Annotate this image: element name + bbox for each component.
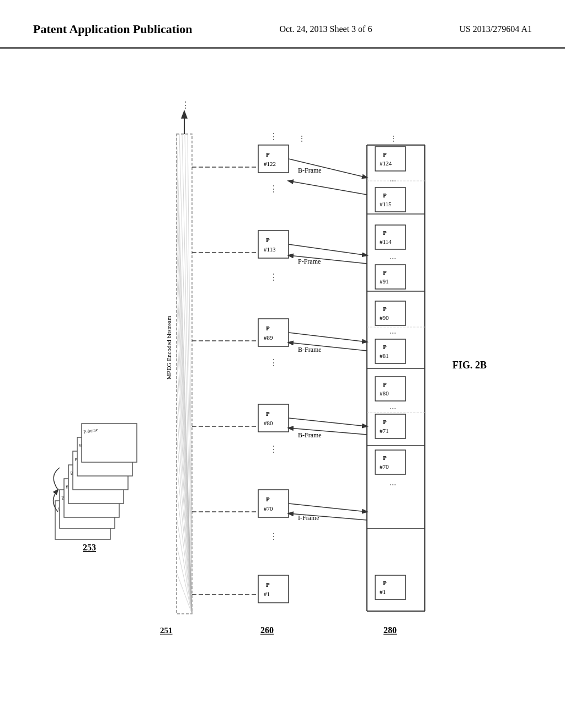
svg-text:#122: #122 [264,160,276,167]
svg-rect-109 [375,301,406,325]
svg-text:280: 280 [383,625,397,635]
svg-text:P: P [383,419,387,425]
svg-text:MPEG Encoded bitstream: MPEG Encoded bitstream [166,315,172,379]
svg-rect-120 [375,414,406,438]
svg-rect-56 [258,319,289,346]
svg-text:#71: #71 [380,427,389,434]
svg-text:#124: #124 [380,160,392,167]
diagram-area: I-frame B-frame P-frame B-frame P-frame … [0,49,565,699]
publication-number: US 2013/279604 A1 [459,22,532,34]
svg-text:P: P [266,410,270,417]
svg-line-84 [289,418,367,426]
svg-line-76 [289,181,367,195]
svg-text:⋯: ⋯ [390,405,396,413]
svg-text:#91: #91 [380,278,389,285]
svg-text:P: P [266,496,270,502]
svg-rect-48 [258,145,289,173]
svg-rect-106 [375,265,406,289]
svg-text:251: 251 [160,626,173,635]
svg-text:#70: #70 [380,463,389,470]
svg-rect-113 [375,339,406,363]
svg-text:⋮: ⋮ [269,184,278,194]
svg-text:P: P [383,229,387,236]
svg-text:FIG. 2B: FIG. 2B [452,360,487,371]
publication-date-sheet: Oct. 24, 2013 Sheet 3 of 6 [279,22,372,34]
svg-rect-95 [375,147,406,171]
svg-text:P: P [383,580,387,586]
svg-text:⋮: ⋮ [269,132,278,141]
svg-text:P: P [266,151,270,158]
svg-rect-60 [258,404,289,432]
svg-text:⋮: ⋮ [298,135,306,143]
svg-text:⋮: ⋮ [390,135,397,143]
svg-rect-116 [375,377,406,401]
publication-title: Patent Application Publication [33,22,192,36]
svg-text:⋯: ⋯ [390,329,396,337]
svg-rect-102 [375,225,406,249]
svg-text:⋮: ⋮ [269,272,278,282]
svg-text:260: 260 [260,625,274,635]
svg-text:⋮: ⋮ [269,532,278,541]
svg-text:B-Frame: B-Frame [298,431,322,439]
svg-line-22 [177,186,192,614]
svg-line-24 [177,242,192,614]
svg-text:⋮: ⋮ [269,445,278,454]
svg-text:P: P [383,381,387,388]
svg-line-81 [289,333,367,342]
svg-text:#115: #115 [380,201,392,207]
svg-line-31 [177,435,192,614]
svg-line-78 [289,244,367,255]
svg-rect-123 [375,450,406,474]
svg-text:P: P [383,151,387,158]
svg-rect-52 [258,231,289,258]
svg-text:P: P [383,269,387,276]
svg-text:#1: #1 [380,588,386,595]
svg-text:#1: #1 [264,591,270,597]
svg-text:#113: #113 [264,246,276,253]
svg-text:253: 253 [83,543,96,552]
svg-text:P: P [266,325,270,331]
svg-text:#89: #89 [264,334,273,341]
svg-text:#90: #90 [380,314,389,321]
svg-text:#114: #114 [380,238,392,245]
svg-text:P: P [383,192,387,199]
svg-text:P: P [266,237,270,243]
svg-text:B-Frame: B-Frame [298,346,322,354]
svg-text:#80: #80 [264,420,273,426]
svg-text:#80: #80 [380,390,389,397]
svg-text:B-Frame: B-Frame [298,167,322,174]
page-header: Patent Application Publication Oct. 24, … [0,0,565,49]
svg-rect-68 [258,575,289,603]
svg-text:P: P [383,306,387,312]
diagram-svg: I-frame B-frame P-frame B-frame P-frame … [0,49,565,699]
svg-text:⋮: ⋮ [181,100,190,110]
svg-text:⋯: ⋯ [390,481,396,489]
svg-rect-127 [375,575,406,599]
svg-text:⋮: ⋮ [269,358,278,367]
svg-line-28 [177,352,192,614]
svg-text:P: P [383,454,387,461]
svg-rect-99 [375,188,406,212]
svg-text:#81: #81 [380,352,389,359]
svg-line-87 [289,504,367,512]
svg-text:P: P [383,344,387,350]
svg-text:#70: #70 [264,505,273,512]
svg-text:P: P [266,581,270,588]
svg-rect-64 [258,490,289,517]
svg-text:⋯: ⋯ [390,255,396,263]
